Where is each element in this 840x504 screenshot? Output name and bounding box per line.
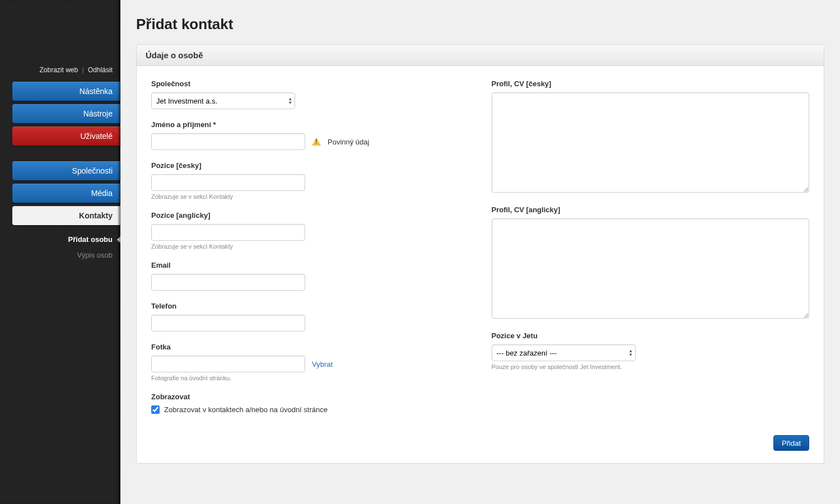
jet-position-select-wrap: --- bez zařazení --- ▴▾ [492, 344, 636, 361]
subnav-add-person[interactable]: Přidat osobu [0, 232, 113, 248]
company-field: Společnost Jet Investment a.s. ▴▾ [151, 80, 469, 109]
nav-companies[interactable]: Společnosti [12, 161, 120, 180]
primary-nav: Nástěnka Nástroje Uživatelé Společnosti … [0, 82, 120, 263]
right-column: Profil, CV [česky] Profil, CV [anglicky]… [492, 80, 810, 425]
show-checkbox[interactable] [151, 405, 160, 414]
email-input[interactable] [151, 274, 305, 291]
phone-label: Telefon [151, 302, 469, 310]
email-field: Email [151, 261, 469, 291]
jet-position-label: Pozice v Jetu [492, 332, 810, 340]
photo-label: Fotka [151, 343, 469, 351]
profile-cs-field: Profil, CV [česky] [492, 80, 810, 194]
profile-cs-label: Profil, CV [česky] [492, 80, 810, 88]
company-select-wrap: Jet Investment a.s. ▴▾ [151, 92, 295, 109]
sidebar: Zobrazit web | Odhlásit Nástěnka Nástroj… [0, 0, 120, 504]
nav-group-2: Společnosti Média Kontakty Přidat osobu … [0, 161, 120, 263]
phone-field: Telefon [151, 302, 469, 332]
contacts-subnav: Přidat osobu Výpis osob [0, 228, 120, 263]
position-en-label: Pozice [anglicky] [151, 211, 469, 220]
nav-dashboard[interactable]: Nástěnka [12, 82, 120, 101]
left-column: Společnost Jet Investment a.s. ▴▾ Jméno … [151, 80, 469, 425]
nav-group-1: Nástěnka Nástroje Uživatelé [0, 82, 120, 146]
show-field: Zobrazovat Zobrazovat v kontaktech a/neb… [151, 393, 469, 414]
panel-footer: Přidat [137, 435, 824, 463]
jet-position-field: Pozice v Jetu --- bez zařazení --- ▴▾ Po… [492, 332, 810, 370]
logout-link[interactable]: Odhlásit [88, 66, 113, 74]
position-cs-field: Pozice [česky] Zobrazuje se v sekci Kont… [151, 161, 469, 200]
position-cs-label: Pozice [česky] [151, 161, 469, 170]
profile-en-textarea[interactable] [492, 218, 810, 319]
jet-position-help: Pouze pro osoby ve společnosti Jet Inves… [492, 363, 810, 370]
profile-cs-textarea[interactable] [492, 92, 810, 193]
profile-en-field: Profil, CV [anglicky] [492, 206, 810, 320]
name-field: Jméno a příjmení * Povinný údaj [151, 120, 469, 150]
panel-title: Údaje o osobě [137, 45, 824, 66]
show-label: Zobrazovat [151, 393, 469, 401]
photo-field: Fotka Vybrat Fotografie na úvodní stránk… [151, 343, 469, 381]
nav-contacts[interactable]: Kontakty [12, 206, 120, 225]
nav-media[interactable]: Média [12, 184, 120, 203]
name-input[interactable] [151, 133, 305, 150]
company-select[interactable]: Jet Investment a.s. [151, 92, 295, 109]
warning-icon [312, 138, 321, 146]
position-en-help: Zobrazuje se v sekci Kontakty [151, 243, 469, 250]
email-label: Email [151, 261, 469, 269]
subnav-list-persons[interactable]: Výpis osob [0, 248, 113, 263]
position-en-field: Pozice [anglicky] Zobrazuje se v sekci K… [151, 211, 469, 250]
photo-choose-button[interactable]: Vybrat [312, 360, 333, 368]
phone-input[interactable] [151, 315, 305, 332]
panel-body: Společnost Jet Investment a.s. ▴▾ Jméno … [137, 66, 824, 435]
position-cs-input[interactable] [151, 174, 305, 191]
separator: | [80, 66, 86, 74]
jet-position-select[interactable]: --- bez zařazení --- [492, 344, 636, 361]
main: Přidat kontakt Údaje o osobě Společnost … [120, 0, 840, 504]
photo-help: Fotografie na úvodní stránku. [151, 375, 469, 381]
nav-tools[interactable]: Nástroje [12, 104, 120, 123]
top-links: Zobrazit web | Odhlásit [39, 66, 113, 74]
show-checkbox-label: Zobrazovat v kontaktech a/nebo na úvodní… [164, 405, 328, 414]
profile-en-label: Profil, CV [anglicky] [492, 206, 810, 214]
photo-input[interactable] [151, 356, 305, 372]
required-text: Povinný údaj [328, 138, 369, 146]
page-title: Přidat kontakt [136, 16, 824, 33]
company-label: Společnost [151, 80, 469, 88]
submit-button[interactable]: Přidat [773, 435, 809, 451]
position-en-input[interactable] [151, 224, 305, 241]
view-web-link[interactable]: Zobrazit web [39, 66, 78, 74]
name-label: Jméno a příjmení * [151, 120, 469, 129]
person-panel: Údaje o osobě Společnost Jet Investment … [136, 44, 824, 464]
nav-users[interactable]: Uživatelé [12, 127, 120, 146]
position-cs-help: Zobrazuje se v sekci Kontakty [151, 193, 469, 200]
